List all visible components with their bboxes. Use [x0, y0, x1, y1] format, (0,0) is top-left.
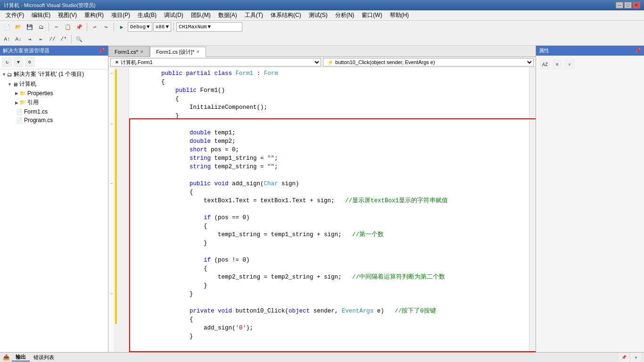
menu-tools[interactable]: 工具(T) [241, 10, 267, 20]
menu-project[interactable]: 项目(P) [107, 10, 134, 20]
menu-refactor[interactable]: 重构(R) [81, 10, 107, 20]
menu-edit[interactable]: 编辑(E) [28, 10, 54, 20]
search-btn[interactable]: 🔍 [74, 34, 84, 44]
collapse-icon-4[interactable]: − [109, 290, 114, 298]
prop-event-btn[interactable]: ⚡ [564, 59, 575, 70]
menu-help[interactable]: 帮助(H) [386, 10, 413, 20]
tab-form1cs-label: Form1.cs* [115, 49, 138, 55]
tab-form1cs-close[interactable]: ✕ [140, 49, 144, 54]
redo-button[interactable]: ↪ [101, 22, 111, 32]
properties-item[interactable]: ▶ 📁 Properties [0, 89, 108, 98]
paste-button[interactable]: 📌 [74, 22, 84, 32]
bottom-tabs: 📤 输出 错误列表 [3, 354, 58, 362]
properties-btn[interactable]: ⚙ [25, 57, 35, 67]
code-content[interactable]: public partial class Form1 : Form { publ… [129, 67, 529, 352]
save-button[interactable]: 💾 [25, 22, 35, 32]
solution-explorer-panel: 解决方案资源管理器 📌 ↻ ▼ ⚙ ▼ 🗂 解决方案 '计算机' (1 个项目)… [0, 46, 108, 352]
menu-build[interactable]: 生成(B) [134, 10, 160, 20]
run-button[interactable]: ▶ [116, 22, 127, 32]
bottom-pin-btn[interactable]: 📌 [619, 353, 629, 362]
maximize-button[interactable]: □ [624, 2, 632, 8]
cut-button[interactable]: ✂ [51, 22, 62, 32]
open-button[interactable]: 📂 [13, 22, 24, 32]
uncomment-btn[interactable]: /* [58, 34, 69, 44]
tab-errors[interactable]: 错误列表 [30, 354, 58, 361]
changed-lines-bar [115, 69, 117, 324]
properties-header: 属性 📌 [536, 46, 644, 56]
copy-button[interactable]: 📋 [63, 22, 73, 32]
menu-data[interactable]: 数据(A) [215, 10, 241, 20]
unindent-btn[interactable]: ⇤ [36, 34, 46, 44]
editor-area: Form1.cs* ✕ Form1.cs [设计]* ✕ ☀ 计算机.Form1… [108, 46, 536, 352]
form1cs-label: Form1.cs [24, 108, 48, 115]
tab-form1cs-design[interactable]: Form1.cs [设计]* ✕ [150, 47, 206, 57]
menu-bar: 文件(F) 编辑(E) 视图(V) 重构(R) 项目(P) 生成(B) 调试(D… [0, 10, 644, 21]
solution-explorer-title: 解决方案资源管理器 [3, 47, 50, 54]
undo-button[interactable]: ↩ [90, 22, 100, 32]
margin-icons: − − − [108, 67, 115, 334]
properties-label: Properties [27, 90, 53, 97]
tab-form1cs-design-close[interactable]: ✕ [196, 49, 200, 54]
menu-arch[interactable]: 体系结构(C) [267, 10, 305, 20]
solution-explorer-content: ↻ ▼ ⚙ ▼ 🗂 解决方案 '计算机' (1 个项目) ▼ 🖥 计算机 ▶ 📁… [0, 56, 108, 352]
solution-item[interactable]: ▼ 🗂 解决方案 '计算机' (1 个项目) [0, 69, 108, 79]
format-btn-1[interactable]: A↑ [2, 34, 12, 44]
properties-icon: 📁 [19, 90, 26, 97]
separator-4 [173, 23, 174, 31]
output-icon: 📤 [3, 354, 10, 361]
menu-view[interactable]: 视图(V) [54, 10, 81, 20]
format-btn-2[interactable]: A↓ [13, 34, 24, 44]
indent-btn[interactable]: ⇥ [25, 34, 35, 44]
refresh-btn[interactable]: ↻ [2, 57, 12, 67]
collapse-icon-1[interactable]: − [109, 69, 114, 78]
menu-analyze[interactable]: 分析(N) [331, 10, 358, 20]
tab-form1cs-design-label: Form1.cs [设计]* [156, 49, 194, 56]
bottom-close-btn[interactable]: ✕ [631, 353, 641, 362]
minimize-button[interactable]: ─ [616, 2, 623, 8]
project-label: 计算机 [19, 80, 36, 88]
separator-3 [114, 23, 114, 31]
target-dropdown[interactable]: CH1MaxNum▼ [176, 22, 242, 32]
line-numbers [115, 67, 129, 352]
tab-form1cs[interactable]: Form1.cs* ✕ [108, 46, 150, 57]
programcs-item[interactable]: 📄 Program.cs [0, 116, 108, 124]
save-all-button[interactable]: 🗂 [36, 22, 46, 32]
pin-icon-right[interactable]: 📌 [635, 48, 641, 54]
comment-btn[interactable]: // [47, 34, 58, 44]
menu-debug[interactable]: 调试(D) [160, 10, 187, 20]
menu-window[interactable]: 窗口(W) [358, 10, 386, 20]
separator-2 [87, 23, 87, 31]
toolbar-area: 📄 📂 💾 🗂 ✂ 📋 📌 ↩ ↪ ▶ Debug▼ x86▼ CH1MaxNu… [0, 21, 644, 46]
new-file-button[interactable]: 📄 [2, 22, 12, 32]
method-dropdown[interactable]: ⚡ button10_Click(object sender, EventArg… [323, 58, 534, 66]
main-layout: 解决方案资源管理器 📌 ↻ ▼ ⚙ ▼ 🗂 解决方案 '计算机' (1 个项目)… [0, 46, 644, 352]
close-button[interactable]: ✕ [633, 2, 640, 8]
bottom-panel-controls: 📌 ✕ [619, 353, 641, 362]
prop-category-btn[interactable]: ≡ [552, 59, 562, 70]
toolbar-row-2: A↑ A↓ ⇥ ⇤ // /* 🔍 [0, 33, 644, 45]
class-dropdown[interactable]: ☀ 计算机.Form1 [110, 58, 321, 66]
menu-team[interactable]: 团队(M) [187, 10, 215, 20]
references-item[interactable]: ▶ 📁 引用 [0, 98, 108, 107]
form1cs-item[interactable]: 📄 Form1.cs [0, 107, 108, 116]
properties-title: 属性 [539, 47, 549, 54]
project-item[interactable]: ▼ 🖥 计算机 [0, 79, 108, 89]
form1cs-icon: 📄 [16, 109, 23, 115]
toolbar-row-1: 📄 📂 💾 🗂 ✂ 📋 📌 ↩ ↪ ▶ Debug▼ x86▼ CH1MaxNu… [0, 21, 644, 33]
tab-output[interactable]: 输出 [12, 354, 30, 362]
menu-test[interactable]: 测试(S) [305, 10, 331, 20]
platform-dropdown[interactable]: x86▼ [153, 22, 171, 32]
separator-1 [49, 23, 49, 31]
programcs-icon: 📄 [16, 117, 23, 123]
filter-btn[interactable]: ▼ [13, 57, 24, 67]
collapse-icon-3[interactable]: − [109, 180, 114, 188]
code-scrollbar[interactable] [529, 67, 536, 352]
references-icon: 📁 [19, 99, 26, 106]
properties-panel: 属性 📌 AZ ≡ ⚡ [536, 46, 644, 352]
collapse-icon-2[interactable]: − [109, 120, 114, 129]
menu-file[interactable]: 文件(F) [2, 10, 28, 20]
prop-sort-btn[interactable]: AZ [540, 59, 550, 70]
debug-config-dropdown[interactable]: Debug▼ [128, 22, 152, 32]
pin-icon[interactable]: 📌 [99, 48, 105, 54]
solution-label: 解决方案 '计算机' (1 个项目) [14, 70, 84, 78]
